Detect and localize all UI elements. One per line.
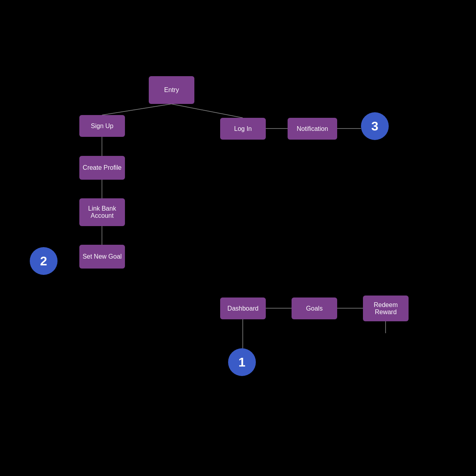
login-node[interactable]: Log In: [220, 118, 266, 140]
entry-node[interactable]: Entry: [149, 76, 194, 104]
create-profile-node[interactable]: Create Profile: [79, 156, 125, 180]
goals-node[interactable]: Goals: [292, 298, 337, 319]
svg-line-0: [102, 104, 171, 115]
dashboard-node[interactable]: Dashboard: [220, 298, 266, 319]
circle-2: 2: [30, 247, 58, 275]
link-bank-node[interactable]: Link Bank Account: [79, 198, 125, 226]
set-goal-node[interactable]: Set New Goal: [79, 245, 125, 269]
circle-3: 3: [361, 112, 389, 140]
connections-svg: [0, 0, 476, 476]
redeem-reward-node[interactable]: Redeem Reward: [363, 296, 409, 321]
svg-line-1: [171, 104, 243, 118]
circle-1: 1: [228, 348, 256, 376]
signup-node[interactable]: Sign Up: [79, 115, 125, 137]
notification-node[interactable]: Notification: [288, 118, 337, 140]
